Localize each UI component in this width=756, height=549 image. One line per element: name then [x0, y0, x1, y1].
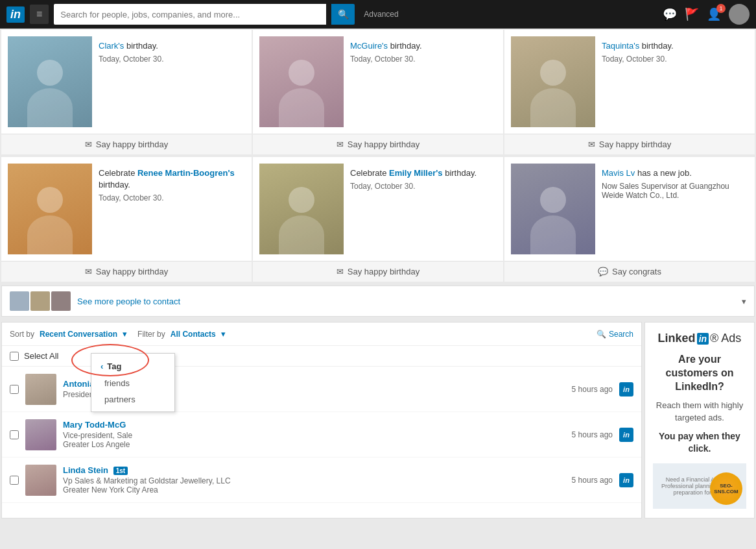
say-happy-birthday-renee[interactable]: ✉ Say happy birthday	[1, 261, 252, 282]
card-name-renee: Celebrate Renee Martin-Boogren's birthda…	[99, 167, 245, 191]
flag-icon[interactable]: 🚩	[685, 7, 699, 21]
taquinta-name-link[interactable]: Taquinta's	[602, 41, 639, 51]
lower-section: Sort by Recent Conversation ▾ Filter by …	[0, 319, 756, 521]
contact-photo-mary	[25, 419, 56, 450]
advanced-search-link[interactable]: Advanced	[364, 10, 398, 19]
tag-item-partners[interactable]: partners	[91, 391, 174, 408]
notifications-icon[interactable]: 👤 1	[707, 7, 721, 21]
mail-icon-mcguire: ✉	[337, 140, 344, 149]
filter-arrow-icon: ▾	[221, 329, 226, 339]
ad-image: Need a Financial Advisor?Professional pl…	[653, 463, 746, 509]
see-more-bar[interactable]: See more people to contact ▾	[1, 286, 755, 317]
card-body-clark: Clark's birthday. Today, October 30.	[1, 30, 252, 134]
photo-clark	[8, 36, 92, 127]
contacts-panel: Sort by Recent Conversation ▾ Filter by …	[1, 322, 642, 518]
tag-label: Tag	[107, 361, 121, 371]
say-happy-birthday-clark[interactable]: ✉ Say happy birthday	[1, 134, 252, 154]
say-happy-birthday-emily[interactable]: ✉ Say happy birthday	[253, 261, 503, 282]
card-body-mavis: Mavis Lv has a new job. Now Sales Superv…	[504, 157, 755, 261]
profile-avatar[interactable]	[729, 4, 750, 25]
card-info-mavis: Mavis Lv has a new job. Now Sales Superv…	[602, 164, 748, 254]
linkedin-ads-logo: Linked in ® Ads	[653, 332, 746, 345]
select-all-label: Select All	[24, 351, 58, 361]
search-contacts-button[interactable]: 🔍 Search	[597, 330, 633, 339]
contact-checkbox-mary[interactable]	[10, 430, 19, 439]
contact-name-linda[interactable]: Linda Stein 1st	[63, 465, 565, 475]
ad-heading: Are your customers on LinkedIn?	[653, 353, 746, 393]
sort-arrow-icon: ▾	[123, 329, 127, 339]
card-date-taquinta: Today, October 30.	[602, 55, 748, 64]
contact-title-mary: Vice-president, Sale	[63, 431, 565, 440]
card-body-mcguire: McGuire's birthday. Today, October 30.	[253, 30, 503, 134]
mcguire-name-link[interactable]: McGuire's	[350, 41, 388, 51]
card-name-taquinta: Taquinta's birthday.	[602, 40, 748, 52]
ads-logo-in: in	[697, 333, 709, 345]
top-navigation: in ≡ 🔍 Advanced 💬 🚩 👤 1	[0, 0, 756, 29]
contact-time-antonia: 5 hours ago	[572, 385, 613, 394]
mail-icon-renee: ✉	[85, 267, 92, 276]
mavis-name-link[interactable]: Mavis Lv	[602, 168, 635, 178]
contacts-header: Sort by Recent Conversation ▾ Filter by …	[2, 323, 641, 346]
seo-watermark: SEO-SNS.COM	[710, 472, 742, 505]
photo-mcguire	[259, 36, 344, 127]
contact-info-linda: Linda Stein 1st Vp Sales & Marketing at …	[63, 465, 565, 494]
search-input[interactable]	[54, 4, 326, 25]
ads-logo-text: Linked	[658, 332, 696, 345]
sort-value[interactable]: Recent Conversation	[40, 330, 117, 339]
clark-name-link[interactable]: Clark's	[99, 41, 124, 51]
card-name-mcguire: McGuire's birthday.	[350, 40, 497, 52]
contact-title-linda: Vp Sales & Marketing at Goldstar Jewelle…	[63, 476, 565, 485]
nav-icons: 💬 🚩 👤 1	[663, 4, 750, 25]
contact-info-mary: Mary Todd-McG Vice-president, Sale Great…	[63, 420, 565, 449]
card-mcguire: McGuire's birthday. Today, October 30. ✉…	[253, 30, 503, 154]
chat-icon-mavis: 💬	[598, 267, 608, 276]
filter-value[interactable]: All Contacts	[171, 330, 216, 339]
card-job-info-mavis: Now Sales Supervisor at Guangzhou Weide …	[602, 182, 748, 200]
photo-emily	[259, 164, 344, 254]
ad-cta: You pay when they click.	[653, 430, 746, 456]
search-button[interactable]: 🔍	[331, 4, 355, 25]
filter-label: Filter by	[137, 330, 165, 339]
card-info-emily: Celebrate Emily Miller's birthday. Today…	[350, 164, 497, 254]
select-all-checkbox[interactable]	[10, 352, 19, 361]
tag-dropdown: ‹ Tag friends partners	[91, 353, 175, 412]
connection-badge: 1st	[113, 467, 128, 475]
back-arrow-icon: ‹	[100, 361, 103, 371]
say-happy-birthday-mcguire[interactable]: ✉ Say happy birthday	[253, 134, 503, 154]
menu-button[interactable]: ≡	[30, 5, 49, 24]
card-date-clark: Today, October 30.	[99, 55, 245, 64]
ads-logo-dot: ® Ads	[710, 332, 741, 345]
card-emily: Celebrate Emily Miller's birthday. Today…	[253, 157, 503, 282]
messaging-icon[interactable]: 💬	[663, 7, 677, 21]
ad-subtext: Reach them with highly targeted ads.	[653, 400, 746, 423]
say-happy-birthday-taquinta[interactable]: ✉ Say happy birthday	[504, 134, 755, 154]
card-info-taquinta: Taquinta's birthday. Today, October 30.	[602, 36, 748, 127]
card-info-mcguire: McGuire's birthday. Today, October 30.	[350, 36, 497, 127]
mail-icon-emily: ✉	[337, 267, 344, 276]
tag-item-friends[interactable]: friends	[91, 375, 174, 391]
linkedin-logo[interactable]: in	[6, 6, 25, 23]
card-name-mavis: Mavis Lv has a new job.	[602, 167, 748, 179]
see-more-text[interactable]: See more people to contact	[77, 297, 735, 306]
contact-photo-antonia	[25, 374, 56, 405]
emily-name-link[interactable]: Emily Miller's	[389, 168, 443, 178]
notification-badge: 1	[716, 4, 726, 13]
card-name-emily: Celebrate Emily Miller's birthday.	[350, 167, 497, 179]
see-more-avatars	[10, 291, 71, 311]
renee-name-link[interactable]: Renee Martin-Boogren's	[137, 168, 235, 178]
chevron-down-icon: ▾	[742, 297, 746, 306]
birthday-cards-row2: Celebrate Renee Martin-Boogren's birthda…	[0, 156, 756, 283]
mini-avatar-2	[30, 291, 50, 311]
card-renee: Celebrate Renee Martin-Boogren's birthda…	[1, 157, 252, 282]
say-congrats-mavis[interactable]: 💬 Say congrats	[504, 261, 755, 282]
linkedin-badge-linda: in	[619, 473, 633, 487]
search-contacts-icon: 🔍	[597, 330, 606, 339]
contact-checkbox-antonia[interactable]	[10, 385, 19, 394]
tag-dropdown-header[interactable]: ‹ Tag	[91, 358, 174, 375]
mini-avatar-1	[10, 291, 29, 311]
contact-name-mary[interactable]: Mary Todd-McG	[63, 420, 565, 430]
contact-time-mary: 5 hours ago	[572, 430, 613, 439]
contact-checkbox-linda[interactable]	[10, 476, 19, 485]
card-info-clark: Clark's birthday. Today, October 30.	[99, 36, 245, 127]
birthday-cards-row1: Clark's birthday. Today, October 30. ✉ S…	[0, 29, 756, 156]
